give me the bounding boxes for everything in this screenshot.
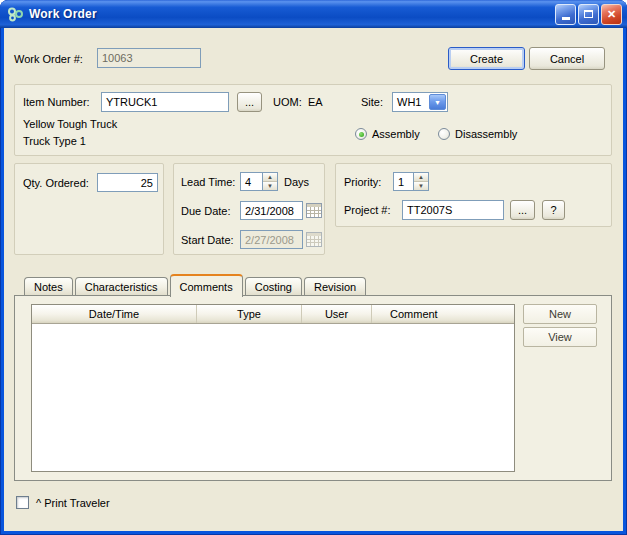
site-dropdown-icon[interactable]: ▼ xyxy=(429,94,446,110)
tab-characteristics[interactable]: Characteristics xyxy=(75,277,168,295)
app-icon xyxy=(7,6,25,22)
minimize-button[interactable] xyxy=(555,4,576,25)
project-number-label: Project #: xyxy=(344,204,390,216)
due-date-input[interactable]: 2/31/2008 xyxy=(240,201,303,220)
maximize-icon xyxy=(584,10,593,18)
qty-ordered-label: Qty. Ordered: xyxy=(23,177,89,189)
print-traveler-label: ^ Print Traveler xyxy=(36,497,110,509)
item-number-label: Item Number: xyxy=(23,96,90,108)
priority-down-icon[interactable]: ▼ xyxy=(414,181,428,190)
close-icon: ✕ xyxy=(607,8,616,21)
dialog-content: Work Order #: 10063 Create Cancel Item N… xyxy=(4,28,623,531)
tab-revision[interactable]: Revision xyxy=(304,277,366,295)
priority-group: Priority: 1 ▲ ▼ Project #: TT2007S ... ? xyxy=(335,163,612,227)
cancel-button[interactable]: Cancel xyxy=(529,47,605,70)
lead-time-spinner[interactable]: 4 ▲ ▼ xyxy=(240,172,278,191)
project-browse-button[interactable]: ... xyxy=(510,200,535,220)
assembly-radio[interactable]: Assembly xyxy=(355,128,420,140)
uom-value: EA xyxy=(308,96,323,108)
close-button[interactable]: ✕ xyxy=(601,4,622,25)
item-group: Item Number: YTRUCK1 ... UOM: EA Site: W… xyxy=(14,84,612,156)
column-header-datetime[interactable]: Date/Time xyxy=(32,305,197,323)
project-help-button[interactable]: ? xyxy=(542,200,565,220)
project-number-input[interactable]: TT2007S xyxy=(402,200,504,220)
item-browse-button[interactable]: ... xyxy=(237,92,262,112)
column-header-comment[interactable]: Comment xyxy=(372,305,514,323)
disassembly-radio[interactable]: Disassembly xyxy=(438,128,517,140)
work-order-window: Work Order ✕ Work Order #: 10063 Create … xyxy=(0,0,627,535)
maximize-button[interactable] xyxy=(578,4,599,25)
comments-table[interactable]: Date/Time Type User Comment xyxy=(31,304,515,472)
tab-bar: Notes Characteristics Comments Costing R… xyxy=(24,274,368,297)
new-button[interactable]: New xyxy=(523,304,597,324)
view-button[interactable]: View xyxy=(523,327,597,347)
create-button[interactable]: Create xyxy=(448,47,525,70)
due-date-label: Due Date: xyxy=(181,205,231,217)
lead-time-label: Lead Time: xyxy=(181,176,235,188)
tab-comments[interactable]: Comments xyxy=(170,274,243,297)
minimize-icon xyxy=(562,17,570,20)
item-description-line1: Yellow Tough Truck xyxy=(23,118,117,130)
priority-up-icon[interactable]: ▲ xyxy=(414,173,428,181)
work-order-number-label: Work Order #: xyxy=(14,53,83,65)
priority-spinner[interactable]: 1 ▲ ▼ xyxy=(393,172,429,191)
site-select[interactable]: WH1 ▼ xyxy=(392,92,448,112)
qty-ordered-input[interactable]: 25 xyxy=(97,173,158,192)
print-traveler-checkbox[interactable] xyxy=(16,496,29,509)
days-label: Days xyxy=(284,176,309,188)
tab-label: Costing xyxy=(255,281,292,293)
priority-label: Priority: xyxy=(344,176,381,188)
comments-tab-panel: Date/Time Type User Comment New View xyxy=(14,295,612,481)
assembly-radio-icon xyxy=(355,128,367,140)
dropdown-arrow: ▼ xyxy=(434,99,441,106)
start-date-calendar-icon[interactable] xyxy=(306,232,322,247)
titlebar-buttons: ✕ xyxy=(555,4,622,25)
tab-costing[interactable]: Costing xyxy=(245,277,302,295)
due-date-calendar-icon[interactable] xyxy=(306,203,322,218)
quantity-group: Qty. Ordered: 25 xyxy=(14,163,164,255)
tab-label: Notes xyxy=(34,281,63,293)
tab-label: Comments xyxy=(180,281,233,293)
tab-label: Revision xyxy=(314,281,356,293)
item-number-input[interactable]: YTRUCK1 xyxy=(101,92,229,112)
disassembly-radio-icon xyxy=(438,128,450,140)
tab-label: Characteristics xyxy=(85,281,158,293)
column-header-type[interactable]: Type xyxy=(197,305,302,323)
lead-time-value[interactable]: 4 xyxy=(240,172,262,191)
lead-time-down-icon[interactable]: ▼ xyxy=(263,181,277,190)
window-title: Work Order xyxy=(29,7,97,21)
site-value: WH1 xyxy=(393,93,428,111)
work-order-number-field: 10063 xyxy=(97,48,201,68)
lead-time-up-icon[interactable]: ▲ xyxy=(263,173,277,181)
disassembly-label: Disassembly xyxy=(455,128,517,140)
schedule-group: Lead Time: 4 ▲ ▼ Days Due Date: 2/31/200… xyxy=(173,163,325,255)
priority-value[interactable]: 1 xyxy=(393,172,413,191)
priority-spin-buttons: ▲ ▼ xyxy=(413,172,429,191)
titlebar[interactable]: Work Order ✕ xyxy=(0,0,627,28)
assembly-label: Assembly xyxy=(372,128,420,140)
item-description-line2: Truck Type 1 xyxy=(23,135,86,147)
start-date-field: 2/27/2008 xyxy=(240,230,303,249)
uom-label: UOM: xyxy=(273,96,302,108)
start-date-label: Start Date: xyxy=(181,234,234,246)
site-label: Site: xyxy=(361,96,383,108)
column-header-user[interactable]: User xyxy=(302,305,372,323)
lead-time-spin-buttons: ▲ ▼ xyxy=(262,172,278,191)
comments-table-header: Date/Time Type User Comment xyxy=(32,305,514,324)
tab-notes[interactable]: Notes xyxy=(24,277,73,295)
comments-table-body[interactable] xyxy=(32,324,514,471)
